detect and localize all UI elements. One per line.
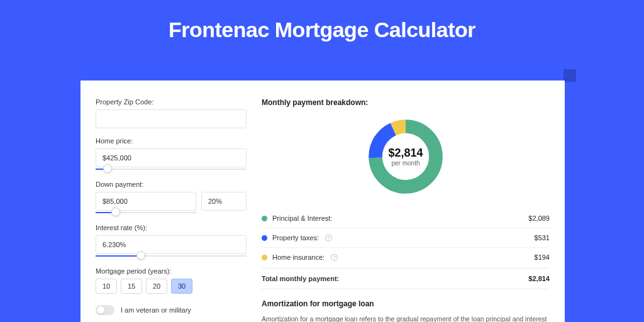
home-price-slider[interactable] [96, 167, 247, 172]
home-price-field: Home price: [96, 137, 247, 172]
down-payment-pct-input[interactable] [201, 192, 247, 211]
info-icon[interactable]: ? [331, 254, 338, 261]
donut-chart: $2,814 per month [365, 116, 447, 197]
donut-amount: $2,814 [388, 147, 423, 160]
form-column: Property Zip Code: Home price: Down paym… [96, 98, 247, 322]
legend: Principal & Interest:$2,089Property taxe… [262, 209, 550, 267]
period-field: Mortgage period (years): 10152030 [96, 267, 247, 294]
donut-center: $2,814 per month [365, 116, 447, 197]
period-option-15[interactable]: 15 [121, 279, 142, 294]
down-payment-amount-input[interactable] [96, 192, 196, 211]
page-title: Frontenac Mortgage Calculator [0, 0, 644, 56]
legend-label: Principal & Interest: [272, 214, 332, 222]
legend-dot [262, 255, 267, 260]
period-option-20[interactable]: 20 [146, 279, 167, 294]
zip-label: Property Zip Code: [96, 98, 247, 106]
interest-rate-slider[interactable] [96, 253, 247, 258]
toggle-knob [97, 306, 104, 314]
legend-row: Home insurance:?$194 [262, 247, 550, 267]
down-payment-slider[interactable] [96, 210, 196, 215]
legend-label: Property taxes: [272, 234, 319, 242]
period-label: Mortgage period (years): [96, 267, 247, 275]
legend-row: Property taxes:?$531 [262, 228, 550, 247]
period-option-30[interactable]: 30 [171, 279, 192, 294]
donut-wrap: $2,814 per month [262, 116, 550, 197]
veteran-row: I am veteran or military [96, 305, 247, 315]
info-icon[interactable]: ? [325, 235, 332, 242]
interest-rate-field: Interest rate (%): [96, 224, 247, 258]
legend-dot [262, 216, 267, 221]
home-price-label: Home price: [96, 137, 247, 145]
total-row: Total monthly payment: $2,814 [262, 268, 550, 289]
breakdown-heading: Monthly payment breakdown: [262, 98, 550, 107]
calculator-card: Property Zip Code: Home price: Down paym… [80, 80, 565, 322]
breakdown-column: Monthly payment breakdown: $2,814 per mo… [262, 98, 550, 322]
legend-dot [262, 235, 267, 241]
amort-block: Amortization for mortgage loan Amortizat… [262, 299, 550, 322]
total-value: $2,814 [528, 275, 550, 282]
legend-value: $194 [535, 253, 550, 261]
home-price-input[interactable] [96, 148, 247, 167]
down-payment-field: Down payment: [96, 180, 247, 215]
legend-value: $531 [535, 234, 550, 242]
slider-thumb[interactable] [103, 164, 112, 173]
interest-rate-label: Interest rate (%): [96, 224, 247, 231]
decorative-accent [564, 69, 576, 82]
amort-text: Amortization for a mortgage loan refers … [262, 314, 550, 322]
donut-sub: per month [391, 160, 419, 167]
legend-row: Principal & Interest:$2,089 [262, 209, 550, 228]
slider-thumb[interactable] [111, 208, 120, 216]
down-payment-label: Down payment: [96, 180, 247, 188]
veteran-label: I am veteran or military [121, 306, 191, 314]
amort-heading: Amortization for mortgage loan [262, 299, 550, 308]
zip-input[interactable] [96, 109, 247, 128]
legend-label: Home insurance: [272, 253, 325, 261]
period-option-10[interactable]: 10 [96, 279, 117, 294]
slider-thumb[interactable] [136, 251, 145, 260]
legend-value: $2,089 [528, 214, 550, 222]
veteran-toggle[interactable] [96, 305, 114, 315]
total-label: Total monthly payment: [262, 275, 339, 282]
period-options: 10152030 [96, 279, 247, 294]
interest-rate-input[interactable] [96, 235, 247, 254]
zip-field: Property Zip Code: [96, 98, 247, 128]
